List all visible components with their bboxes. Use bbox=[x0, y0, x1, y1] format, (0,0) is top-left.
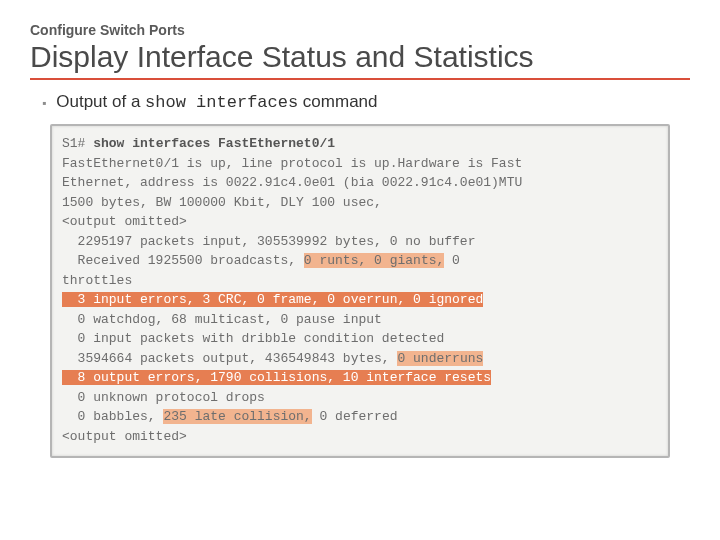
bullet-prefix: Output of a bbox=[56, 92, 145, 111]
output-line: 0 input packets with dribble condition d… bbox=[62, 329, 658, 349]
highlight-underruns: 0 underruns bbox=[397, 351, 483, 366]
output-line: 0 babbles, 235 late collision, 0 deferre… bbox=[62, 407, 658, 427]
slide-kicker: Configure Switch Ports bbox=[30, 22, 690, 38]
output-omitted: <output omitted> bbox=[62, 427, 658, 447]
highlight-late-collision: 235 late collision, bbox=[163, 409, 311, 424]
output-line: 0 unknown protocol drops bbox=[62, 388, 658, 408]
terminal-output-box: S1# show interfaces FastEthernet0/1 Fast… bbox=[50, 124, 670, 458]
output-line: 0 watchdog, 68 multicast, 0 pause input bbox=[62, 310, 658, 330]
output-line: 1500 bytes, BW 100000 Kbit, DLY 100 usec… bbox=[62, 193, 658, 213]
output-line: FastEthernet0/1 is up, line protocol is … bbox=[62, 154, 658, 174]
highlight-runts-giants: 0 runts, 0 giants, bbox=[304, 253, 444, 268]
terminal-output: S1# show interfaces FastEthernet0/1 Fast… bbox=[62, 134, 658, 446]
output-line: 3594664 packets output, 436549843 bytes,… bbox=[62, 349, 658, 369]
output-line: 8 output errors, 1790 collisions, 10 int… bbox=[62, 368, 658, 388]
output-line: throttles bbox=[62, 271, 658, 291]
cli-prompt: S1# bbox=[62, 136, 93, 151]
output-line: 2295197 packets input, 305539992 bytes, … bbox=[62, 232, 658, 252]
output-line: Received 1925500 broadcasts, 0 runts, 0 … bbox=[62, 251, 658, 271]
slide-title: Display Interface Status and Statistics bbox=[30, 40, 690, 80]
highlight-output-errors: 8 output errors, 1790 collisions, 10 int… bbox=[62, 370, 491, 385]
bullet-item: ▪ Output of a show interfaces command bbox=[42, 92, 690, 112]
output-line: 3 input errors, 3 CRC, 0 frame, 0 overru… bbox=[62, 290, 658, 310]
bullet-suffix: command bbox=[298, 92, 377, 111]
bullet-icon: ▪ bbox=[42, 96, 46, 110]
output-omitted: <output omitted> bbox=[62, 212, 658, 232]
bullet-command: show interfaces bbox=[145, 93, 298, 112]
cli-command: show interfaces FastEthernet0/1 bbox=[93, 136, 335, 151]
highlight-input-errors: 3 input errors, 3 CRC, 0 frame, 0 overru… bbox=[62, 292, 483, 307]
output-line: Ethernet, address is 0022.91c4.0e01 (bia… bbox=[62, 173, 658, 193]
